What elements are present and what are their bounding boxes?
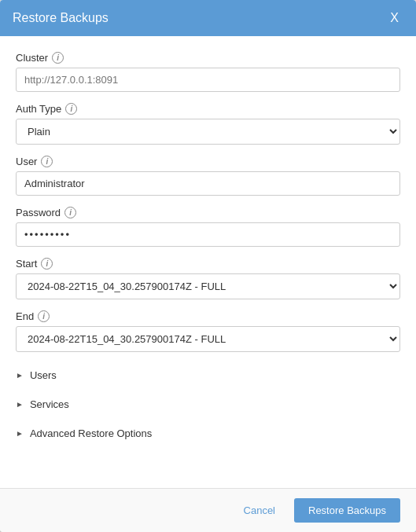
cluster-label: Cluster i xyxy=(16,52,400,64)
start-info-icon[interactable]: i xyxy=(41,258,53,270)
dialog-footer: Cancel Restore Backups xyxy=(0,488,416,532)
password-field-group: Password i xyxy=(16,207,400,247)
sections-area: ► Users ► Services ► Advanced Restore Op… xyxy=(16,363,400,446)
auth-type-select[interactable]: Plain LDAP None xyxy=(16,119,400,145)
end-field-group: End i 2024-08-22T15_04_30.257900174Z - F… xyxy=(16,310,400,352)
dialog-header: Restore Backups X xyxy=(0,0,416,36)
password-label: Password i xyxy=(16,207,400,218)
cancel-button[interactable]: Cancel xyxy=(234,499,285,522)
cluster-info-icon[interactable]: i xyxy=(52,52,64,64)
advanced-restore-options-section-label: Advanced Restore Options xyxy=(30,427,152,439)
user-field-group: User i xyxy=(16,156,400,196)
restore-backups-dialog: Restore Backups X Cluster i Auth Type i … xyxy=(0,0,416,532)
users-section-label: Users xyxy=(30,369,57,381)
start-select[interactable]: 2024-08-22T15_04_30.257900174Z - FULL xyxy=(16,273,400,299)
users-section: ► Users xyxy=(16,363,400,387)
dialog-body: Cluster i Auth Type i Plain LDAP None Us… xyxy=(0,36,416,488)
auth-type-label: Auth Type i xyxy=(16,103,400,115)
cluster-field-group: Cluster i xyxy=(16,52,400,92)
user-label: User i xyxy=(16,156,400,167)
advanced-restore-options-section: ► Advanced Restore Options xyxy=(16,421,400,446)
services-section: ► Services xyxy=(16,392,400,416)
end-label: End i xyxy=(16,310,400,322)
end-select[interactable]: 2024-08-22T15_04_30.257900174Z - FULL xyxy=(16,326,400,352)
dialog-title: Restore Backups xyxy=(13,11,109,25)
advanced-restore-options-section-header[interactable]: ► Advanced Restore Options xyxy=(16,421,400,446)
auth-type-info-icon[interactable]: i xyxy=(65,103,77,115)
auth-type-field-group: Auth Type i Plain LDAP None xyxy=(16,103,400,145)
start-field-group: Start i 2024-08-22T15_04_30.257900174Z -… xyxy=(16,258,400,299)
end-info-icon[interactable]: i xyxy=(38,310,50,322)
advanced-restore-options-chevron-icon: ► xyxy=(16,429,24,438)
password-input[interactable] xyxy=(16,222,400,247)
user-info-icon[interactable]: i xyxy=(41,156,53,167)
services-chevron-icon: ► xyxy=(16,400,24,409)
start-label: Start i xyxy=(16,258,400,270)
cluster-input[interactable] xyxy=(16,68,400,92)
close-button[interactable]: X xyxy=(385,9,403,27)
restore-backups-button[interactable]: Restore Backups xyxy=(294,498,400,523)
user-input[interactable] xyxy=(16,171,400,196)
users-section-header[interactable]: ► Users xyxy=(16,363,400,387)
password-info-icon[interactable]: i xyxy=(64,207,76,218)
services-section-header[interactable]: ► Services xyxy=(16,392,400,416)
users-chevron-icon: ► xyxy=(16,371,24,380)
services-section-label: Services xyxy=(30,398,69,410)
